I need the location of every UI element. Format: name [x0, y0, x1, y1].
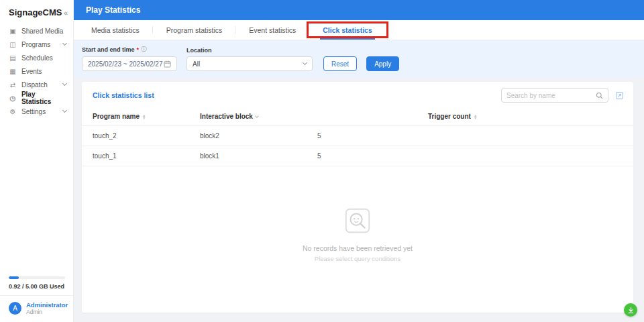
user-name: Administrator — [26, 301, 68, 309]
user-account[interactable]: A Administrator Admin — [0, 295, 73, 322]
location-value: All — [193, 60, 200, 68]
shared-media-icon: ▣ — [9, 28, 17, 35]
cell-program-name: touch_2 — [93, 132, 200, 140]
apply-button[interactable]: Apply — [366, 56, 399, 71]
active-tab-indicator — [320, 38, 375, 40]
storage-fill — [9, 276, 19, 279]
cell-program-name: touch_1 — [93, 152, 200, 160]
column-trigger-count[interactable]: Trigger count ▲▼ — [428, 113, 623, 120]
export-button[interactable] — [615, 91, 624, 100]
cell-interactive-block: block1 — [200, 152, 317, 160]
tab-click-statistics[interactable]: Click statistics — [309, 20, 386, 40]
main-area: Play Statistics Media statistics Program… — [74, 0, 644, 322]
download-icon — [627, 307, 635, 314]
chevron-down-icon — [303, 60, 307, 65]
empty-title: No records have been retrieved yet — [303, 244, 413, 252]
table-row[interactable]: touch_1 block1 5 — [82, 146, 633, 166]
sidebar-item-label: Events — [21, 68, 42, 75]
sort-icon: ▲▼ — [474, 114, 477, 119]
cell-trigger-count: 5 — [317, 132, 428, 140]
tab-label: Event statistics — [249, 26, 296, 34]
click-statistics-card: Click statistics list Program name — [82, 82, 633, 313]
events-icon: ▦ — [9, 68, 17, 75]
tab-event-statistics[interactable]: Event statistics — [235, 20, 309, 40]
download-fab[interactable] — [624, 303, 637, 317]
statistics-tabs: Media statistics Program statistics Even… — [74, 20, 644, 40]
sidebar-item-label: Dispatch — [21, 81, 48, 89]
cell-interactive-block: block2 — [200, 132, 317, 140]
tab-label: Media statistics — [91, 26, 140, 34]
sidebar-item-schedules[interactable]: ▤ Schedules — [0, 51, 73, 64]
empty-state: No records have been retrieved yet Pleas… — [82, 205, 633, 262]
sort-icon — [255, 114, 259, 118]
tab-media-statistics[interactable]: Media statistics — [78, 20, 153, 40]
dispatch-icon: ⇄ — [9, 81, 17, 89]
date-range-label: Start and end time — [82, 46, 135, 53]
avatar: A — [9, 302, 21, 315]
required-marker: * — [137, 46, 140, 53]
reset-button[interactable]: Reset — [323, 56, 357, 71]
search-icon — [596, 92, 603, 99]
list-title: Click statistics list — [93, 91, 154, 99]
sidebar-item-shared-media[interactable]: ▣ Shared Media — [0, 24, 73, 38]
calendar-icon — [164, 60, 171, 68]
page-header: Play Statistics — [74, 0, 644, 20]
programs-icon: ◫ — [9, 41, 17, 48]
sidebar-item-label: Settings — [21, 108, 46, 115]
date-range-input[interactable]: 2025/02/23 ~ 2025/02/27 — [82, 56, 177, 71]
table-header: Program name ▲▼ Interactive block Trigge… — [82, 107, 633, 126]
storage-usage: 0.92 / 5.00 GB Used — [0, 271, 73, 295]
date-range-value: 2025/02/23 ~ 2025/02/27 — [88, 60, 163, 68]
sidebar-item-events[interactable]: ▦ Events — [0, 64, 73, 78]
search-input[interactable] — [506, 92, 592, 99]
column-program-name[interactable]: Program name ▲▼ — [93, 113, 200, 120]
sidebar-item-dispatch[interactable]: ⇄ Dispatch — [0, 78, 73, 91]
storage-text: 0.92 / 5.00 GB Used — [9, 283, 65, 290]
page: SignageCMS « ▣ Shared Media ◫ Programs ▤… — [0, 0, 644, 322]
sidebar-item-label: Shared Media — [21, 28, 63, 35]
sidebar-item-programs[interactable]: ◫ Programs — [0, 38, 73, 51]
filter-bar: Start and end time * ⓘ 2025/02/23 ~ 2025… — [74, 40, 644, 77]
location-label: Location — [186, 47, 212, 54]
sidebar-item-play-statistics[interactable]: ◷ Play Statistics — [0, 91, 73, 105]
sidebar-item-label: Play Statistics — [21, 91, 66, 105]
sidebar-item-label: Schedules — [21, 54, 53, 62]
tab-label: Program statistics — [166, 26, 222, 34]
schedules-icon: ▤ — [9, 54, 17, 62]
column-interactive-block[interactable]: Interactive block — [200, 113, 317, 120]
page-title: Play Statistics — [86, 5, 140, 15]
export-icon — [615, 91, 624, 100]
content: Click statistics list Program name — [74, 77, 644, 322]
chevron-down-icon — [62, 108, 67, 113]
search-box — [501, 88, 608, 103]
storage-bar — [9, 276, 65, 279]
app-title: SignageCMS — [9, 7, 62, 17]
tab-label: Click statistics — [323, 26, 372, 34]
sort-icon: ▲▼ — [142, 114, 146, 119]
location-select[interactable]: All — [186, 56, 313, 71]
tab-program-statistics[interactable]: Program statistics — [153, 20, 235, 40]
sidebar-menu: ▣ Shared Media ◫ Programs ▤ Schedules ▦ … — [0, 24, 73, 271]
column-label: Program name — [93, 113, 140, 120]
sidebar-item-settings[interactable]: ⚙ Settings — [0, 105, 73, 118]
empty-subtitle: Please select query conditions — [315, 255, 400, 262]
collapse-sidebar-icon[interactable]: « — [64, 9, 68, 17]
settings-icon: ⚙ — [9, 108, 17, 115]
column-label: Trigger count — [428, 113, 471, 120]
chevron-down-icon — [62, 81, 67, 86]
info-icon: ⓘ — [141, 45, 147, 54]
play-statistics-icon: ◷ — [9, 95, 17, 102]
column-label: Interactive block — [200, 113, 253, 120]
user-role: Admin — [26, 309, 68, 315]
chevron-down-icon — [62, 41, 67, 46]
empty-search-illustration — [342, 205, 373, 236]
sidebar: SignageCMS « ▣ Shared Media ◫ Programs ▤… — [0, 0, 74, 322]
cell-trigger-count: 5 — [317, 152, 428, 160]
sidebar-item-label: Programs — [21, 41, 50, 48]
table-row[interactable]: touch_2 block2 5 — [82, 126, 633, 146]
